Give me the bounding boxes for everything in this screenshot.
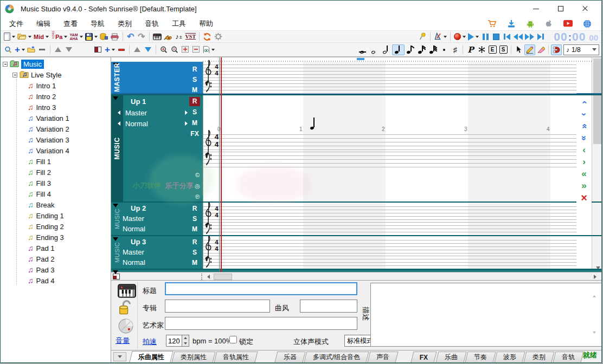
scroll-down-icon[interactable] [593,332,596,343]
track-layout-button[interactable] [93,44,104,55]
tempo-link[interactable]: 拍速 [143,337,157,347]
ornament-button[interactable] [476,44,487,55]
scroll-left-button[interactable] [204,273,213,281]
note-sixteenth-button[interactable] [416,44,427,55]
tree-item-variation-2[interactable]: ♫Variation 2 [1,123,69,134]
transpose-button[interactable]: ♪± [174,31,184,42]
step-forward-button[interactable] [535,31,546,42]
tempo-stepper[interactable] [166,335,189,347]
collapse-icon[interactable] [113,237,118,241]
add-track-button[interactable]: + [104,44,116,55]
view-options-button[interactable] [202,44,216,55]
tempo-spin-buttons[interactable] [182,335,189,347]
track-m-button[interactable]: M [189,258,200,268]
note-whole-button[interactable] [369,44,381,55]
nudge-right-button[interactable]: › [576,156,592,168]
record-button[interactable] [453,31,467,42]
tab-乐器[interactable]: 乐器 [275,352,306,362]
tree-item-fill-1[interactable]: ♫Fill 1 [1,156,51,167]
artist-input[interactable] [165,317,357,330]
track-up-3-part-select[interactable]: Master [118,248,188,256]
track-master-staff[interactable]: 44 [203,62,576,93]
tree-item-variation-4[interactable]: ♫Variation 4 [1,145,69,156]
tree-item-ending-3[interactable]: ♫Ending 3 [1,232,64,243]
rewind-button[interactable] [512,31,524,42]
event-button[interactable]: E [487,44,498,55]
tree-item-intro-1[interactable]: ♫Intro 1 [1,80,56,91]
tree-item-fill-4[interactable]: ♫Fill 4 [1,188,51,199]
pedal-button[interactable]: P [465,44,476,55]
redo-button[interactable]: ↷ [136,31,147,42]
minimize-button[interactable] [524,1,548,16]
playhead[interactable] [221,57,222,272]
print-button[interactable] [110,31,120,42]
symbol-button[interactable]: S [498,44,509,55]
note-quarter-button[interactable] [392,44,405,55]
metronome-button[interactable] [433,31,448,42]
unlock-icon[interactable] [118,300,133,316]
midi-button[interactable]: Mid [33,31,50,42]
eraser-tool-button[interactable] [535,44,546,55]
youtube-icon[interactable] [563,20,573,27]
android-icon[interactable] [526,20,535,28]
track-m-button[interactable]: M [189,225,200,234]
track-master-header[interactable]: MASTERRSM [111,62,203,93]
zoom-in-button[interactable] [158,44,169,55]
track-s-button[interactable]: S [189,214,200,224]
tree-item-fill-2[interactable]: ♫Fill 2 [1,167,51,178]
track-m-button[interactable]: M [189,119,200,128]
track-s-button[interactable]: S [189,108,200,117]
nudge-left-button[interactable]: ‹ [576,144,592,156]
move-up-button[interactable] [53,44,63,55]
guitar-button[interactable] [163,31,174,42]
jump-start-button[interactable]: « [576,168,592,180]
menu-工具[interactable]: 工具 [165,18,193,29]
tree-expand-box[interactable] [3,62,8,67]
tree-item-pad-2[interactable]: ♫Pad 2 [1,253,54,264]
selection-top-button[interactable]: » [576,120,592,132]
note-longa-button[interactable] [358,44,369,55]
download-icon[interactable] [507,20,516,28]
split-view-icon[interactable] [113,274,120,280]
tab-fx[interactable]: FX [411,352,437,362]
export-audio-button[interactable] [99,31,110,42]
track-s-button[interactable]: S [189,248,200,257]
menu-文件[interactable]: 文件 [3,18,30,29]
play-button[interactable] [467,31,480,42]
tab-多调式-组合音色[interactable]: 多调式/组合音色 [304,352,369,362]
note-thirtysecond-button[interactable] [427,44,439,55]
selection-down-button[interactable]: › [576,108,592,120]
track-up-2-style-select[interactable]: Normal [118,224,188,233]
delete-selection-button[interactable]: × [576,192,592,204]
tab-音轨[interactable]: 音轨 [553,352,583,362]
title-input[interactable] [165,282,357,295]
cart-icon[interactable] [487,20,497,28]
track-r-button[interactable]: R [189,204,200,213]
step-back-button[interactable] [502,31,512,42]
tab-类别属性[interactable]: 类别属性 [172,352,216,362]
remove-category-button[interactable] [37,44,48,55]
menu-编辑[interactable]: 编辑 [30,18,57,29]
selection-bottom-button[interactable]: » [576,132,592,144]
volume-knob-icon[interactable] [118,318,133,334]
genre-input[interactable] [300,300,357,313]
stop-button[interactable] [491,31,502,42]
note-dot-button[interactable] [439,44,450,55]
virtual-keyboard-button[interactable] [152,31,163,42]
tree-item-pad-4[interactable]: ♫Pad 4 [1,275,54,286]
track-up-3-style-select[interactable]: Normal [118,258,188,266]
refresh-button[interactable] [202,31,213,42]
tab-音轨属性[interactable]: 音轨属性 [214,352,258,362]
volume-link[interactable]: 音量 [116,336,130,346]
remove-track-button[interactable] [116,44,127,55]
tab-list-button[interactable] [113,352,126,361]
microphone-button[interactable] [417,31,428,42]
fast-forward-button[interactable] [524,31,535,42]
track-fx-button[interactable]: FX [189,129,200,139]
title-bar[interactable]: Music Studio v9.4.0 - Sofeh Sunrise® [De… [1,1,601,17]
jump-end-button[interactable]: » [576,180,592,192]
album-input[interactable] [165,300,270,313]
korg-pa-button[interactable]: KORGPa [50,31,68,42]
track-r-button[interactable]: R [189,238,200,247]
tree-item-ending-2[interactable]: ♫Ending 2 [1,221,64,232]
